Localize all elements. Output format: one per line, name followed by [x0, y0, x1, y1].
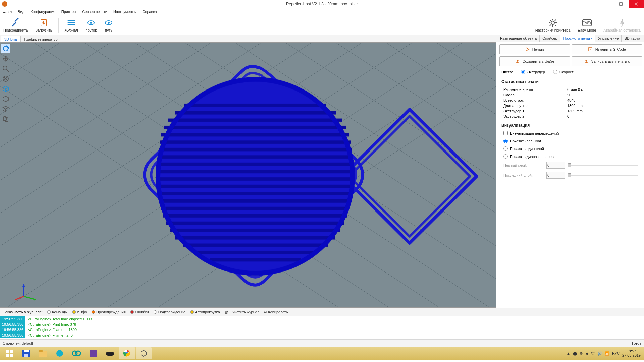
system-tray[interactable]: ▲ ⬤ ⚙ ◆ 🛡 🔊 📶 РУС 19:57 27.03.2019: [567, 349, 643, 358]
svg-rect-1: [620, 3, 622, 5]
menu-file[interactable]: Файл: [2, 9, 12, 14]
zoom-button[interactable]: [1, 64, 10, 73]
log-autoscroll-toggle[interactable]: Автопрокрутка: [190, 310, 220, 314]
path-toggle-button[interactable]: путь: [103, 17, 115, 33]
vis-show-all-radio[interactable]: Показать весь код: [499, 138, 642, 144]
tab-temperature-chart[interactable]: График температур: [20, 36, 61, 42]
front-view-button[interactable]: [1, 94, 10, 104]
log-filter-info[interactable]: Инфо: [72, 310, 87, 314]
menu-help[interactable]: Справка: [142, 9, 157, 14]
filament-toggle-button[interactable]: пруток: [84, 17, 98, 33]
taskbar-app-repetier[interactable]: [136, 347, 152, 359]
taskbar-app-gamepad[interactable]: [102, 347, 118, 359]
easy-icon: EASY: [582, 18, 592, 27]
start-button[interactable]: [1, 347, 17, 359]
tab-object-placement[interactable]: Размещение объекта: [497, 35, 540, 42]
window-minimize-button[interactable]: [598, 0, 613, 8]
svg-rect-84: [6, 350, 9, 353]
tab-slicer[interactable]: Слайсер: [539, 35, 560, 42]
taskbar-app-save[interactable]: [18, 347, 34, 359]
svg-rect-91: [39, 351, 47, 357]
vis-show-one-radio[interactable]: Показать один слой: [499, 146, 642, 152]
left-tab-bar: 3D-Вид График температур: [0, 35, 497, 42]
first-layer-slider[interactable]: [568, 165, 638, 166]
viewport-canvas: [0, 43, 496, 307]
connect-button[interactable]: Подсоединить: [2, 17, 29, 33]
tray-icon[interactable]: 🛡: [591, 351, 595, 355]
window-titlebar: Repetier-Host V2.1.3 - 20mm_box_pillar: [0, 0, 644, 8]
first-layer-input[interactable]: [546, 162, 565, 169]
taskbar-app-arduino[interactable]: [68, 347, 85, 359]
log-filter-warnings[interactable]: Предупреждения: [92, 310, 126, 314]
tray-icon[interactable]: 🔊: [597, 351, 602, 356]
print-button[interactable]: Печать: [499, 44, 570, 54]
printer-settings-button[interactable]: Настройки принтера: [534, 17, 572, 33]
gear-icon: [548, 18, 557, 27]
tab-3d-view[interactable]: 3D-Вид: [1, 36, 21, 42]
export-icon: [584, 59, 589, 64]
log-filter-errors[interactable]: Ошибки: [130, 310, 149, 314]
save-file-button[interactable]: Сохранить в файл: [499, 56, 570, 66]
taskbar-app-chrome[interactable]: [119, 347, 135, 359]
menu-config[interactable]: Конфигурация: [30, 9, 56, 14]
axis-gizmo: [14, 281, 41, 301]
menu-view[interactable]: Вид: [17, 9, 25, 14]
load-button[interactable]: Загрузить: [34, 17, 53, 33]
menu-print-server[interactable]: Сервер печати: [81, 9, 108, 14]
tab-sd-card[interactable]: SD-карта: [621, 35, 643, 42]
menu-printer[interactable]: Принтер: [61, 9, 76, 14]
tray-icon[interactable]: ▲: [567, 351, 570, 355]
log-copy-button[interactable]: ⧉Копировать: [264, 310, 288, 314]
connect-label: Подсоединить: [3, 28, 28, 32]
orbit-button[interactable]: [1, 44, 10, 53]
taskbar-app-2[interactable]: [85, 347, 101, 359]
tab-control[interactable]: Управление: [595, 35, 622, 42]
log-icon: [67, 18, 76, 27]
log-filter-commands[interactable]: Команды: [47, 310, 68, 314]
log-toggle-button[interactable]: Журнал: [63, 17, 79, 33]
edit-gcode-button[interactable]: Изменить G-Code: [572, 44, 642, 54]
pan-button[interactable]: [1, 54, 10, 63]
parallel-view-button[interactable]: [1, 114, 10, 124]
menu-tools[interactable]: Инструменты: [113, 9, 137, 14]
vis-travel-checkbox[interactable]: Визуализация перемещений: [499, 130, 642, 136]
iso-view-button[interactable]: [1, 84, 10, 94]
taskbar-app-explorer[interactable]: [35, 347, 51, 359]
fit-button[interactable]: [1, 74, 10, 83]
stat-lines-label: Всего строк:: [503, 98, 567, 102]
play-icon: [525, 47, 530, 52]
stat-ext2-label: Экструдер 2: [503, 114, 567, 118]
svg-rect-96: [90, 350, 97, 357]
last-layer-slider[interactable]: [568, 175, 638, 176]
top-view-button[interactable]: [1, 104, 10, 114]
tab-print-preview[interactable]: Просмотр печати: [560, 35, 596, 42]
tray-icon[interactable]: ⚙: [580, 351, 583, 356]
3d-viewport[interactable]: [0, 42, 496, 308]
taskbar-app-1[interactable]: [52, 347, 68, 359]
save-for-print-button[interactable]: Записать для печати с: [572, 56, 642, 66]
colors-label: Цвета:: [501, 70, 513, 74]
visualization-header: Визуализация: [499, 121, 642, 128]
svg-rect-85: [10, 350, 13, 353]
color-extruder-radio[interactable]: Экструдер: [521, 70, 545, 74]
svg-point-6: [90, 22, 92, 24]
tray-icon[interactable]: ⬤: [573, 351, 577, 356]
window-close-button[interactable]: [629, 0, 644, 8]
svg-rect-97: [106, 352, 114, 356]
log-body[interactable]: 19:56:55.386<CuraEngine> Total time elap…: [0, 316, 644, 339]
log-clear-button[interactable]: 🗑Очистить журнал: [225, 310, 260, 314]
last-layer-input[interactable]: [546, 172, 565, 179]
tray-icon[interactable]: ◆: [586, 351, 588, 356]
tray-clock[interactable]: 19:57 27.03.2019: [622, 349, 641, 358]
tray-lang[interactable]: РУС: [612, 351, 620, 355]
easy-mode-button[interactable]: EASY Easy Mode: [576, 17, 597, 33]
window-maximize-button[interactable]: [613, 0, 629, 8]
tray-icon[interactable]: 📶: [605, 351, 609, 356]
log-filter-ack[interactable]: Подтверждение: [154, 310, 185, 314]
first-layer-label: Первый слой:: [503, 163, 544, 167]
vis-show-range-radio[interactable]: Показать диапазон слоев: [499, 154, 642, 159]
stat-ext1-label: Экструдер 1: [503, 109, 567, 113]
color-speed-radio[interactable]: Скорость: [553, 70, 576, 74]
eye-icon: [86, 18, 96, 27]
emergency-stop-button[interactable]: Аварийная остановка: [602, 17, 642, 33]
